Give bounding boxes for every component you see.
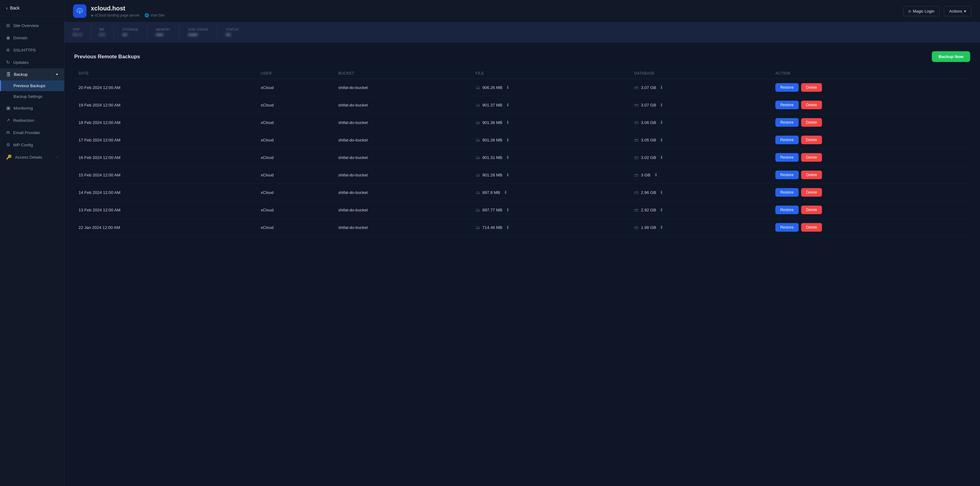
- db-icon: 🗃: [634, 225, 638, 230]
- restore-button[interactable]: Restore: [775, 206, 799, 214]
- download-db-icon[interactable]: ⬇: [659, 119, 665, 125]
- cell-user: xCloud: [256, 184, 334, 201]
- cell-bucket: shifat-do-bucket: [334, 184, 471, 201]
- section-header: Previous Remote Backups Backup Now: [74, 51, 970, 62]
- sidebar-nav: ⊞ Site Overview ◉ Domain ⊕ SSL/HTTPS ↻ U…: [0, 16, 64, 486]
- sidebar-item-redirection[interactable]: ↗ Redirection: [0, 114, 64, 126]
- download-file-icon[interactable]: ⬇: [503, 189, 509, 195]
- table-row: 19 Feb 2024 12:00 AM xCloud shifat-do-bu…: [74, 96, 970, 114]
- cell-file: 🗂 906.26 MB ⬇: [471, 79, 630, 96]
- download-db-icon[interactable]: ⬇: [653, 172, 659, 178]
- section-title: Previous Remote Backups: [74, 54, 140, 60]
- cell-date: 19 Feb 2024 12:00 AM: [74, 96, 256, 114]
- delete-button[interactable]: Delete: [801, 153, 822, 162]
- cell-action: Restore Delete: [771, 219, 970, 236]
- back-label: Back: [10, 6, 20, 10]
- sidebar-item-label: Email Provider: [13, 130, 40, 135]
- cell-bucket: shifat-do-bucket: [334, 149, 471, 166]
- sidebar-item-updates[interactable]: ↻ Updates: [0, 56, 64, 68]
- delete-button[interactable]: Delete: [801, 136, 822, 144]
- magic-login-button[interactable]: ⎋ Magic Login: [903, 6, 940, 16]
- sidebar-item-monitoring[interactable]: ▣ Monitoring: [0, 102, 64, 114]
- delete-button[interactable]: Delete: [801, 188, 822, 197]
- file-icon: 🗂: [476, 102, 480, 107]
- delete-button[interactable]: Delete: [801, 118, 822, 127]
- download-db-icon[interactable]: ⬇: [659, 102, 665, 108]
- visit-site-link[interactable]: 🌐 Visit Site: [145, 13, 164, 17]
- file-size: 901.36 MB: [482, 120, 502, 125]
- restore-button[interactable]: Restore: [775, 101, 799, 109]
- restore-button[interactable]: Restore: [775, 83, 799, 92]
- sidebar-item-label: SSL/HTTPS: [13, 48, 36, 52]
- file-size: 901.28 MB: [482, 138, 502, 142]
- sidebar-item-backup[interactable]: 🗄 Backup ▾: [0, 68, 64, 80]
- cell-database: 🗃 2.96 GB ⬇: [630, 184, 771, 201]
- restore-button[interactable]: Restore: [775, 188, 799, 197]
- cell-database: 🗃 3.02 GB ⬇: [630, 149, 771, 166]
- sidebar-item-access-details[interactable]: 🔑 Access Details ›: [0, 151, 64, 163]
- db-icon: 🗃: [634, 137, 638, 142]
- download-file-icon[interactable]: ⬇: [505, 119, 511, 125]
- download-db-icon[interactable]: ⬇: [659, 224, 665, 230]
- delete-button[interactable]: Delete: [801, 171, 822, 179]
- cell-database: 🗃 2.92 GB ⬇: [630, 201, 771, 219]
- cell-action: Restore Delete: [771, 114, 970, 131]
- monitoring-icon: ▣: [6, 105, 10, 111]
- download-file-icon[interactable]: ⬇: [505, 172, 511, 178]
- table-row: 15 Feb 2024 12:00 AM xCloud shifat-do-bu…: [74, 166, 970, 184]
- download-file-icon[interactable]: ⬇: [505, 84, 511, 91]
- site-name: xcloud.host: [91, 5, 165, 12]
- access-details-icon: 🔑: [6, 154, 12, 160]
- download-file-icon[interactable]: ⬇: [505, 137, 511, 143]
- sidebar-item-domain[interactable]: ◉ Domain: [0, 32, 64, 44]
- backup-table: Date User Bucket File Database Action 20…: [74, 68, 970, 236]
- download-file-icon[interactable]: ⬇: [505, 102, 511, 108]
- restore-button[interactable]: Restore: [775, 136, 799, 144]
- delete-button[interactable]: Delete: [801, 206, 822, 214]
- download-db-icon[interactable]: ⬇: [659, 137, 665, 143]
- delete-button[interactable]: Delete: [801, 223, 822, 232]
- cell-bucket: shifat-do-bucket: [334, 96, 471, 114]
- sidebar-item-wp-config[interactable]: ⚙ WP Config: [0, 139, 64, 151]
- wp-config-icon: ⚙: [6, 142, 10, 148]
- download-db-icon[interactable]: ⬇: [659, 84, 665, 91]
- cell-bucket: shifat-do-bucket: [334, 114, 471, 131]
- back-button[interactable]: ‹ Back: [0, 0, 64, 16]
- sidebar-item-label: Site Overview: [13, 23, 39, 28]
- restore-button[interactable]: Restore: [775, 153, 799, 162]
- sidebar-item-site-overview[interactable]: ⊞ Site Overview: [0, 19, 64, 32]
- download-db-icon[interactable]: ⬇: [659, 154, 665, 160]
- sidebar-item-label: Redirection: [13, 118, 34, 123]
- main-content: xcloud.host ◈ xCloud landing page server…: [64, 0, 980, 486]
- sidebar-item-email-provider[interactable]: ✉ Email Provider: [0, 126, 64, 139]
- download-db-icon[interactable]: ⬇: [659, 189, 665, 195]
- cell-bucket: shifat-do-bucket: [334, 79, 471, 96]
- restore-button[interactable]: Restore: [775, 118, 799, 127]
- cell-action: Restore Delete: [771, 184, 970, 201]
- stats-bar: PHP 8.1.2 WP 6.4 STORAGE ●● MEMORY ●●● D…: [64, 22, 980, 43]
- backup-icon: 🗄: [6, 72, 11, 77]
- sidebar-sub-item-previous-backups[interactable]: Previous Backups: [0, 80, 64, 91]
- file-icon: 🗂: [476, 120, 480, 125]
- cell-user: xCloud: [256, 201, 334, 219]
- restore-button[interactable]: Restore: [775, 171, 799, 179]
- col-database: Database: [630, 68, 771, 79]
- download-db-icon[interactable]: ⬇: [659, 207, 665, 213]
- download-file-icon[interactable]: ⬇: [505, 154, 511, 160]
- cell-user: xCloud: [256, 96, 334, 114]
- sidebar-item-ssl[interactable]: ⊕ SSL/HTTPS: [0, 44, 64, 56]
- download-file-icon[interactable]: ⬇: [505, 224, 511, 230]
- delete-button[interactable]: Delete: [801, 101, 822, 109]
- actions-button[interactable]: Actions ▾: [944, 6, 971, 16]
- table-row: 14 Feb 2024 12:00 AM xCloud shifat-do-bu…: [74, 184, 970, 201]
- download-file-icon[interactable]: ⬇: [505, 207, 511, 213]
- cell-user: xCloud: [256, 114, 334, 131]
- cell-file: 🗂 897.77 MB ⬇: [471, 201, 630, 219]
- restore-button[interactable]: Restore: [775, 223, 799, 232]
- backup-now-button[interactable]: Backup Now: [932, 51, 970, 62]
- sidebar-sub-item-backup-settings[interactable]: Backup Settings: [0, 91, 64, 102]
- cell-action: Restore Delete: [771, 201, 970, 219]
- server-icon: ◈: [91, 13, 94, 17]
- sidebar-item-label: Updates: [13, 60, 29, 65]
- delete-button[interactable]: Delete: [801, 83, 822, 92]
